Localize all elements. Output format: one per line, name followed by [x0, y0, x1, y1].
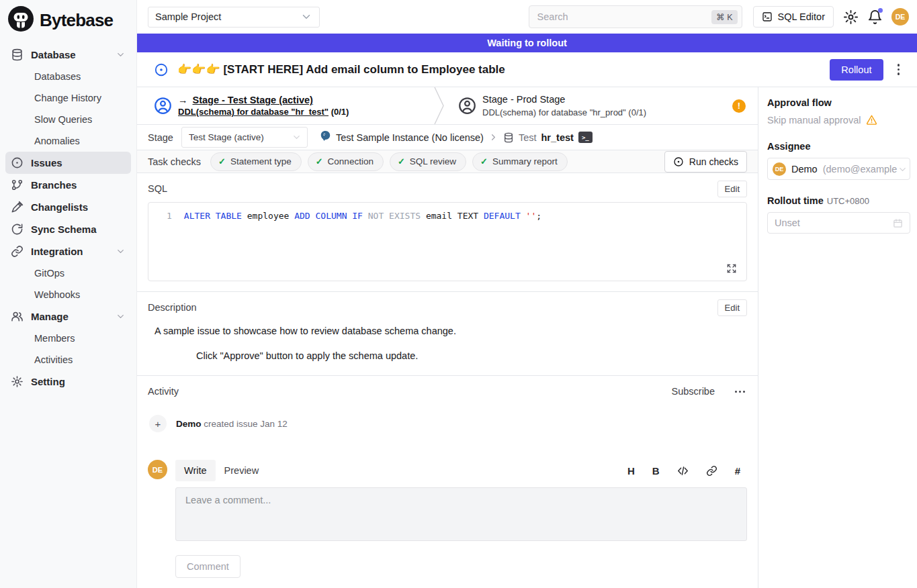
chevron-down-icon [116, 311, 126, 322]
sidebar-item-databases[interactable]: Databases [5, 66, 131, 87]
description-edit-button[interactable]: Edit [717, 299, 747, 316]
content-row: →Stage - Test Stage (active) DDL(schema)… [137, 87, 917, 588]
run-checks-button[interactable]: Run checks [664, 151, 747, 173]
description-text: A sample issue to showcase how to review… [155, 326, 747, 336]
stage-card-test[interactable]: →Stage - Test Stage (active) DDL(schema)… [137, 87, 434, 124]
assignee-avatar: DE [773, 162, 786, 176]
square-terminal-icon [762, 11, 773, 22]
issue-body: →Stage - Test Stage (active) DDL(schema)… [137, 87, 758, 588]
notifications-bell-icon[interactable] [867, 9, 883, 25]
chevron-down-icon [898, 164, 908, 175]
brand-logo[interactable]: Bytebase [0, 0, 136, 40]
settings-gear-icon[interactable] [843, 9, 859, 25]
database-icon [11, 48, 24, 61]
chevron-down-icon [116, 50, 126, 60]
circle-user-icon [154, 97, 172, 115]
sidebar-item-change-history[interactable]: Change History [5, 87, 131, 109]
issue-title: 👉👉👉 [START HERE] Add email column to Emp… [177, 62, 505, 77]
bytebase-app: Bytebase Database Databases Change Histo… [0, 0, 917, 588]
sidebar-item-branches[interactable]: Branches [5, 174, 131, 196]
stage-task-count: (0/1) [331, 107, 349, 117]
sidebar-item-issues[interactable]: Issues [5, 152, 131, 174]
link-icon[interactable] [706, 465, 717, 477]
subscribe-button[interactable]: Subscribe [668, 385, 719, 397]
calendar-icon [893, 218, 903, 228]
bold-button[interactable]: B [652, 465, 660, 477]
sidebar-item-members[interactable]: Members [5, 328, 131, 349]
entry-action: created issue Jan 12 [204, 419, 288, 429]
topbar: Sample Project ⌘ K SQL Editor DE [137, 0, 917, 34]
sidebar-item-setting[interactable]: Setting [5, 371, 131, 393]
environment-label: Test [519, 132, 537, 143]
user-avatar[interactable]: DE [891, 8, 909, 26]
plus-icon: + [149, 415, 167, 432]
tab-preview[interactable]: Preview [216, 460, 268, 481]
heading-button[interactable]: H [627, 465, 635, 477]
sidebar-item-database[interactable]: Database [5, 44, 131, 66]
stage-select[interactable]: Test Stage (active) [181, 127, 308, 148]
sql-editor-button[interactable]: SQL Editor [753, 6, 834, 28]
circle-dot-icon [673, 156, 684, 167]
stage-task-link[interactable]: DDL(schema) for database "hr_test" [178, 107, 329, 117]
sidebar-item-sync-schema[interactable]: Sync Schema [5, 218, 131, 240]
user-avatar: DE [148, 460, 167, 479]
activity-more-icon[interactable] [732, 388, 747, 395]
rollout-button[interactable]: Rollout [830, 59, 883, 81]
comment-textarea[interactable] [175, 487, 747, 541]
hash-button[interactable]: # [735, 465, 740, 477]
check-sql-review[interactable]: ✓ SQL review [390, 152, 466, 171]
assignee-select[interactable]: DE Demo (demo@example [767, 158, 910, 180]
sql-edit-button[interactable]: Edit [717, 181, 747, 197]
more-options-icon[interactable] [895, 60, 903, 79]
sidebar-item-changelists[interactable]: Changelists [5, 196, 131, 218]
stage-title-link[interactable]: Stage - Test Stage (active) [193, 95, 313, 105]
search-box[interactable]: ⌘ K [529, 5, 742, 28]
sql-code-block[interactable]: 1 ALTER TABLE employee ADD COLUMN IF NOT… [148, 202, 747, 281]
postgresql-icon [320, 130, 331, 144]
sidebar-item-webhooks[interactable]: Webhooks [5, 284, 131, 305]
check-summary-report[interactable]: ✓ Summary report [472, 152, 568, 171]
rollout-time-input[interactable]: Unset [767, 212, 910, 234]
sidebar: Bytebase Database Databases Change Histo… [0, 0, 137, 588]
stage-card-prod[interactable]: Stage - Prod Stage DDL(schema) for datab… [450, 87, 758, 124]
code-icon[interactable] [677, 465, 689, 477]
sidebar-item-anomalies[interactable]: Anomalies [5, 130, 131, 152]
sidebar-item-manage[interactable]: Manage [5, 305, 131, 328]
instance-link[interactable]: Test Sample Instance (No license) [336, 132, 484, 143]
warning-triangle-icon[interactable] [866, 114, 877, 126]
database-breadcrumb: Test Sample Instance (No license) Test h… [320, 130, 593, 144]
expand-icon[interactable] [726, 263, 737, 274]
attention-icon: ! [732, 99, 746, 113]
assignee-title: Assignee [767, 141, 910, 152]
check-pass-icon: ✓ [316, 156, 323, 166]
sql-statement: ALTER TABLE employee ADD COLUMN IF NOT E… [184, 210, 541, 222]
sidebar-item-activities[interactable]: Activities [5, 349, 131, 371]
sidebar-item-slow-queries[interactable]: Slow Queries [5, 109, 131, 130]
brand-name: Bytebase [40, 10, 113, 31]
current-stage-arrow: → [178, 95, 188, 105]
entry-actor[interactable]: Demo [176, 419, 202, 429]
comment-button[interactable]: Comment [175, 555, 241, 578]
search-shortcut-badge: ⌘ K [711, 10, 737, 24]
sidebar-item-integration[interactable]: Integration [5, 240, 131, 262]
approval-flow-value: Skip manual approval [767, 115, 861, 126]
pencil-ruler-icon [11, 201, 24, 213]
notification-dot [878, 8, 883, 13]
project-select[interactable]: Sample Project [148, 7, 320, 28]
stage-selector-bar: Stage Test Stage (active) Test Sample In… [137, 125, 758, 150]
main-area: Sample Project ⌘ K SQL Editor DE [137, 0, 917, 588]
sidebar-nav: Database Databases Change History Slow Q… [0, 40, 136, 397]
check-connection[interactable]: ✓ Connection [308, 152, 384, 171]
circle-dot-icon [11, 156, 24, 169]
open-sql-editor-icon[interactable]: >_ [578, 132, 593, 143]
tab-write[interactable]: Write [175, 460, 216, 481]
markdown-toolbar: H B # [627, 465, 747, 477]
sql-heading: SQL [148, 183, 167, 194]
circle-user-icon [458, 97, 476, 115]
database-link[interactable]: hr_test [541, 132, 574, 143]
search-input[interactable] [536, 11, 712, 23]
sidebar-item-gitops[interactable]: GitOps [5, 262, 131, 284]
chevron-down-icon [300, 11, 312, 23]
check-statement-type[interactable]: ✓ Statement type [210, 152, 302, 171]
comment-editor: DE Write Preview H B [148, 460, 747, 544]
